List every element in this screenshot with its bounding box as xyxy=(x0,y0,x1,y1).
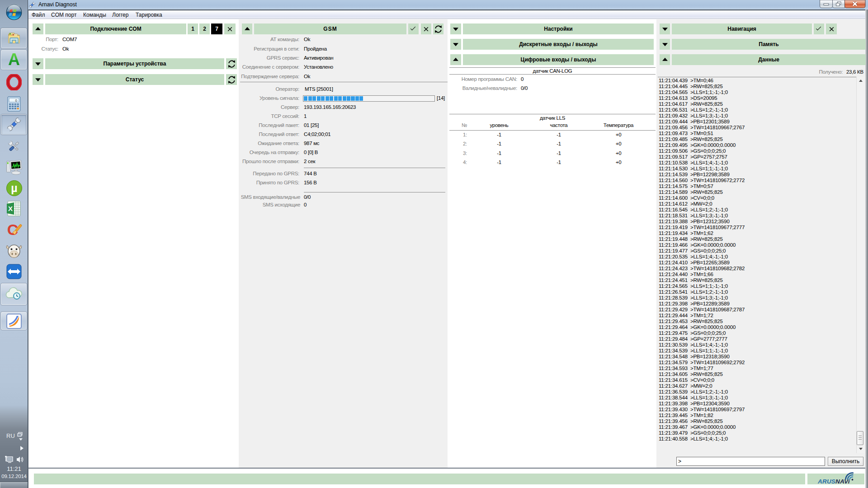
svg-text:µ: µ xyxy=(11,182,17,194)
svg-text:X: X xyxy=(8,205,13,212)
svg-text:0: 0 xyxy=(15,99,18,103)
